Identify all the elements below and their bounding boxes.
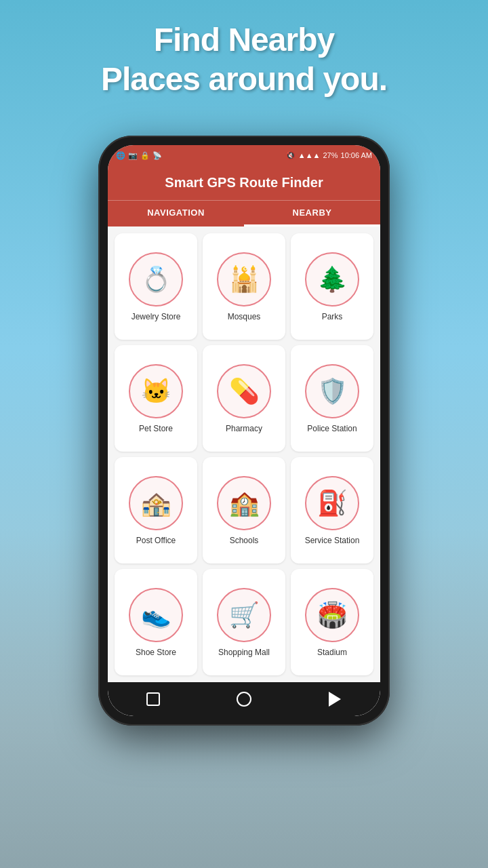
grid-item-stadium[interactable]: 🏟️Stadium — [291, 569, 373, 675]
grid-item-shopping-mall[interactable]: 🛒Shopping Mall — [203, 569, 285, 675]
jewelry-store-icon: 💍 — [129, 252, 183, 307]
service-station-icon: ⛽ — [305, 476, 359, 530]
status-bar: 🌐 📷 🔒 📡 🔇 ▲▲▲ 27% 10:06 AM — [108, 145, 380, 165]
shopping-mall-icon: 🛒 — [217, 588, 271, 642]
back-button[interactable] — [144, 690, 163, 709]
grid-item-schools[interactable]: 🏫Schools — [203, 457, 285, 564]
headline: Find Nearby Places around you. — [0, 20, 488, 98]
grid-item-shoe-store[interactable]: 👟Shoe Store — [115, 569, 197, 675]
pet-store-icon: 🐱 — [129, 364, 183, 418]
gps-icon: 🌐 — [116, 151, 125, 160]
recents-button[interactable] — [325, 690, 344, 709]
grid-item-service-station[interactable]: ⛽Service Station — [291, 457, 373, 564]
grid-item-pet-store[interactable]: 🐱Pet Store — [115, 345, 197, 452]
tab-nearby[interactable]: NEARBY — [244, 201, 380, 226]
pharmacy-label: Pharmacy — [226, 424, 262, 435]
post-office-label: Post Office — [136, 536, 176, 547]
phone-mockup: 🌐 📷 🔒 📡 🔇 ▲▲▲ 27% 10:06 AM Smart GPS Rou… — [98, 136, 390, 726]
schools-icon: 🏫 — [217, 476, 271, 530]
mosques-label: Mosques — [228, 312, 261, 323]
shoe-store-label: Shoe Store — [136, 648, 176, 658]
service-station-label: Service Station — [305, 536, 360, 547]
lock-icon: 🔒 — [140, 151, 150, 160]
mosques-icon: 🕌 — [217, 252, 271, 307]
app-title: Smart GPS Route Finder — [108, 175, 380, 191]
grid-item-post-office[interactable]: 🏤Post Office — [115, 457, 197, 564]
circle-icon — [237, 692, 251, 707]
grid-item-jewelry-store[interactable]: 💍Jewelry Store — [115, 233, 197, 340]
parks-icon: 🌲 — [305, 252, 359, 307]
cast-icon: 📡 — [152, 151, 162, 160]
status-info: 🔇 ▲▲▲ 27% 10:06 AM — [286, 151, 372, 160]
screenshot-icon: 📷 — [128, 151, 138, 160]
post-office-icon: 🏤 — [129, 476, 183, 530]
police-station-label: Police Station — [307, 424, 357, 435]
status-icons: 🌐 📷 🔒 📡 — [116, 151, 162, 160]
current-time: 10:06 AM — [341, 151, 372, 159]
grid-item-mosques[interactable]: 🕌Mosques — [203, 233, 285, 340]
grid-item-parks[interactable]: 🌲Parks — [291, 233, 373, 340]
mute-icon: 🔇 — [286, 151, 296, 160]
shopping-mall-label: Shopping Mall — [218, 648, 270, 658]
tab-navigation[interactable]: NAVIGATION — [108, 201, 244, 226]
parks-label: Parks — [322, 312, 343, 323]
battery-level: 27% — [323, 151, 338, 159]
tab-bar: NAVIGATION NEARBY — [108, 200, 380, 226]
stadium-label: Stadium — [317, 648, 347, 658]
app-header: Smart GPS Route Finder NAVIGATION NEARBY — [108, 165, 380, 226]
phone-screen: 🌐 📷 🔒 📡 🔇 ▲▲▲ 27% 10:06 AM Smart GPS Rou… — [108, 145, 380, 716]
square-icon — [146, 692, 160, 706]
grid-item-pharmacy[interactable]: 💊Pharmacy — [203, 345, 285, 452]
stadium-icon: 🏟️ — [305, 588, 359, 642]
places-grid: 💍Jewelry Store🕌Mosques🌲Parks🐱Pet Store💊P… — [108, 226, 380, 682]
play-icon — [329, 692, 341, 707]
pharmacy-icon: 💊 — [217, 364, 271, 418]
jewelry-store-label: Jewelry Store — [131, 312, 181, 323]
bottom-navigation — [108, 682, 380, 716]
grid-item-police-station[interactable]: 🛡️Police Station — [291, 345, 373, 452]
signal-strength: ▲▲▲ — [298, 151, 321, 159]
pet-store-label: Pet Store — [139, 424, 173, 435]
home-button[interactable] — [235, 690, 253, 709]
shoe-store-icon: 👟 — [129, 588, 183, 642]
police-station-icon: 🛡️ — [305, 364, 359, 418]
schools-label: Schools — [230, 536, 259, 547]
phone-outer: 🌐 📷 🔒 📡 🔇 ▲▲▲ 27% 10:06 AM Smart GPS Rou… — [98, 136, 390, 726]
